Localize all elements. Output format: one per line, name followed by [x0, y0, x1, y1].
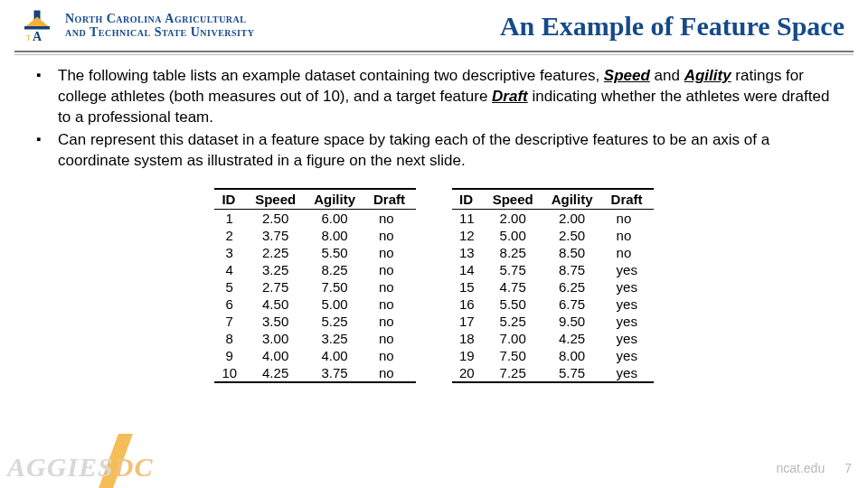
- bullet-text: Can represent this dataset in a feature …: [58, 131, 769, 169]
- watermark: AGGIESDC: [7, 452, 153, 483]
- cell-id: 12: [452, 227, 486, 244]
- cell-agility: 2.50: [544, 227, 604, 244]
- col-agility: Agility: [544, 189, 604, 210]
- slide-header: A T North Carolina Agricultural and Tech…: [0, 0, 868, 51]
- table-row: 73.505.25no: [214, 313, 416, 330]
- slide-body: The following table lists an example dat…: [0, 55, 868, 383]
- table-row: 64.505.00no: [214, 296, 416, 313]
- svg-text:A: A: [33, 30, 42, 43]
- cell-id: 4: [214, 261, 248, 278]
- cell-id: 2: [214, 227, 248, 244]
- cell-speed: 5.50: [486, 296, 544, 313]
- cell-id: 9: [214, 347, 248, 364]
- page-title: An Example of Feature Space: [500, 11, 850, 42]
- cell-speed: 2.75: [248, 278, 307, 296]
- table-row: 187.004.25yes: [452, 330, 654, 347]
- cell-draft: yes: [604, 278, 654, 296]
- keyword-draft: Draft: [492, 88, 528, 105]
- table-row: 52.757.50no: [214, 278, 416, 296]
- cell-agility: 5.50: [307, 244, 366, 261]
- cell-draft: no: [366, 296, 416, 313]
- university-name-line1: North Carolina Agricultural: [65, 13, 254, 26]
- cell-agility: 5.25: [307, 313, 366, 330]
- university-name-line2: and Technical State University: [65, 26, 254, 40]
- table-row: 207.255.75yes: [452, 364, 654, 382]
- cell-agility: 8.50: [544, 244, 604, 261]
- data-table-left: ID Speed Agility Draft 12.506.00no23.758…: [214, 188, 416, 383]
- data-tables: ID Speed Agility Draft 12.506.00no23.758…: [33, 188, 835, 383]
- cell-speed: 5.25: [486, 313, 544, 330]
- cell-id: 11: [452, 209, 486, 227]
- col-draft: Draft: [366, 189, 416, 210]
- table-header-row: ID Speed Agility Draft: [214, 189, 416, 210]
- cell-speed: 3.50: [248, 313, 307, 330]
- cell-draft: no: [366, 261, 416, 278]
- table-row: 125.002.50no: [452, 227, 654, 244]
- cell-agility: 2.00: [544, 209, 604, 227]
- page-number: 7: [844, 461, 852, 475]
- cell-draft: no: [366, 278, 416, 296]
- cell-draft: yes: [604, 347, 654, 364]
- cell-id: 16: [452, 296, 486, 313]
- cell-draft: yes: [604, 364, 654, 382]
- university-logo-icon: A T: [18, 7, 56, 45]
- footer-site: ncat.edu: [776, 461, 825, 475]
- cell-speed: 2.00: [486, 209, 544, 227]
- cell-speed: 3.25: [248, 261, 307, 278]
- cell-id: 7: [214, 313, 248, 330]
- data-table-right: ID Speed Agility Draft 112.002.00no125.0…: [452, 188, 654, 383]
- cell-draft: yes: [604, 261, 654, 278]
- cell-speed: 4.50: [248, 296, 307, 313]
- svg-marker-1: [26, 17, 49, 27]
- cell-speed: 8.25: [486, 244, 544, 261]
- cell-speed: 5.00: [486, 227, 544, 244]
- cell-id: 1: [214, 209, 248, 227]
- table-row: 175.259.50yes: [452, 313, 654, 330]
- cell-agility: 8.00: [307, 227, 366, 244]
- cell-draft: no: [604, 244, 654, 261]
- cell-agility: 9.50: [544, 313, 604, 330]
- table-row: 12.506.00no: [214, 209, 416, 227]
- cell-agility: 6.00: [307, 209, 366, 227]
- col-speed: Speed: [486, 189, 544, 210]
- cell-draft: no: [366, 364, 416, 382]
- cell-draft: no: [604, 209, 654, 227]
- cell-speed: 4.00: [248, 347, 307, 364]
- cell-id: 17: [452, 313, 486, 330]
- watermark-text-accent: DC: [114, 452, 154, 482]
- cell-draft: no: [366, 330, 416, 347]
- table-row: 112.002.00no: [452, 209, 654, 227]
- table-row: 23.758.00no: [214, 227, 416, 244]
- cell-agility: 8.25: [307, 261, 366, 278]
- cell-draft: yes: [604, 296, 654, 313]
- bullet-list: The following table lists an example dat…: [33, 66, 835, 172]
- col-draft: Draft: [604, 189, 654, 210]
- col-agility: Agility: [307, 189, 366, 210]
- table-row: 104.253.75no: [214, 364, 416, 382]
- cell-draft: no: [366, 347, 416, 364]
- bullet-item: The following table lists an example dat…: [33, 66, 835, 128]
- table-header-row: ID Speed Agility Draft: [452, 189, 654, 210]
- cell-speed: 2.25: [248, 244, 307, 261]
- cell-agility: 4.00: [307, 347, 366, 364]
- cell-agility: 7.50: [307, 278, 366, 296]
- cell-id: 18: [452, 330, 486, 347]
- divider: [14, 51, 854, 52]
- cell-speed: 4.75: [486, 278, 544, 296]
- keyword-speed: Speed: [604, 67, 650, 84]
- cell-id: 8: [214, 330, 248, 347]
- bullet-item: Can represent this dataset in a feature …: [33, 130, 835, 172]
- table-row: 32.255.50no: [214, 244, 416, 261]
- cell-speed: 7.50: [486, 347, 544, 364]
- table-row: 154.756.25yes: [452, 278, 654, 296]
- cell-agility: 5.75: [544, 364, 604, 382]
- cell-speed: 2.50: [248, 209, 307, 227]
- col-id: ID: [452, 189, 486, 210]
- cell-agility: 6.75: [544, 296, 604, 313]
- cell-speed: 4.25: [248, 364, 307, 382]
- cell-speed: 5.75: [486, 261, 544, 278]
- table-row: 145.758.75yes: [452, 261, 654, 278]
- cell-draft: no: [366, 209, 416, 227]
- cell-id: 13: [452, 244, 486, 261]
- table-row: 83.003.25no: [214, 330, 416, 347]
